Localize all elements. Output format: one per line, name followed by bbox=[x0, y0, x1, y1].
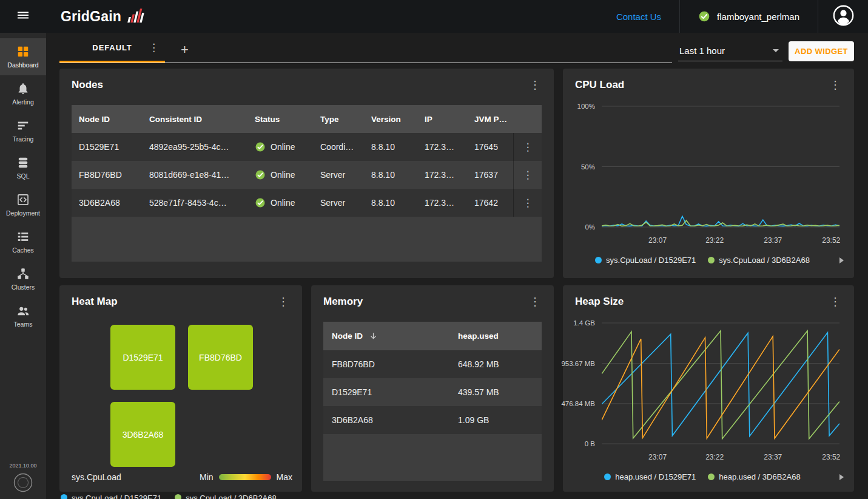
dashboard-icon bbox=[16, 45, 30, 58]
ip-cell: 172.3… bbox=[417, 198, 467, 208]
chart-legend: sys.CpuLoad / D1529E71sys.CpuLoad / 3D6B… bbox=[574, 256, 831, 265]
sidebar-item-clusters[interactable]: Clusters bbox=[0, 260, 46, 297]
column-header-label: Node ID bbox=[332, 331, 363, 341]
user-menu[interactable]: flamboyant_perlman bbox=[680, 0, 818, 33]
online-status-icon bbox=[255, 169, 266, 180]
widget-title: Nodes bbox=[72, 79, 103, 91]
time-range-select[interactable]: Last 1 hour bbox=[678, 41, 782, 61]
column-header: Node ID bbox=[323, 331, 449, 341]
legend-item[interactable]: sys.CpuLoad / D1529E71 bbox=[595, 256, 696, 265]
status-text: Online bbox=[271, 170, 295, 180]
column-header: Node ID bbox=[72, 115, 142, 124]
sort-descending-icon[interactable] bbox=[369, 331, 378, 341]
x-axis-tick: 23:37 bbox=[764, 453, 782, 461]
legend-next-icon[interactable] bbox=[839, 474, 844, 480]
legend-color-dot bbox=[708, 474, 715, 480]
tab-menu-icon[interactable]: ⋮ bbox=[149, 42, 159, 53]
column-header-actions bbox=[513, 105, 542, 133]
node-id-cell: D1529E71 bbox=[72, 142, 142, 152]
time-range-value: Last 1 hour bbox=[679, 46, 725, 56]
legend-item[interactable]: heap.used / 3D6B2A68 bbox=[708, 472, 800, 481]
y-axis-tick: 953.67 MB bbox=[561, 360, 595, 367]
sidebar-item-alerting[interactable]: Alerting bbox=[0, 75, 46, 112]
gridgain-logo: GridGain bbox=[61, 7, 146, 25]
sidebar-item-label: Deployment bbox=[6, 209, 40, 217]
database-icon bbox=[16, 156, 30, 169]
legend-color-dot bbox=[175, 494, 181, 499]
nodes-table-header-row: Node IDConsistent IDStatusTypeVersionIPJ… bbox=[72, 105, 542, 133]
consistent-id-cell: 8081d669-e1e8-41… bbox=[142, 170, 247, 180]
sidebar-footer: 2021.10.00 bbox=[0, 463, 46, 499]
row-menu-icon[interactable]: ⋮ bbox=[523, 170, 533, 180]
heat-map-widget: Heat Map ⋮ D1529E71FB8D76BD3D6B2A68 sys.… bbox=[59, 285, 302, 492]
contact-us-link[interactable]: Contact Us bbox=[616, 12, 661, 22]
version-cell: 8.8.10 bbox=[364, 198, 417, 208]
y-axis-tick: 50% bbox=[581, 163, 595, 171]
x-axis-tick: 23:22 bbox=[705, 236, 724, 245]
legend-label: heap.used / D1529E71 bbox=[615, 472, 696, 481]
x-axis-labels: 23:0723:2223:3723:52 bbox=[602, 236, 839, 245]
widget-menu-icon[interactable]: ⋮ bbox=[530, 295, 540, 308]
widget-title: Memory bbox=[323, 296, 363, 308]
ip-cell: 172.3… bbox=[417, 142, 467, 152]
x-axis-labels: 23:0723:2223:3723:52 bbox=[602, 453, 839, 461]
table-row: 3D6B2A681.09 GB bbox=[323, 406, 542, 434]
table-row: FB8D76BD8081d669-e1e8-41…OnlineServer8.8… bbox=[72, 161, 542, 189]
widget-menu-icon[interactable]: ⋮ bbox=[530, 78, 540, 92]
sidebar-item-label: Tracing bbox=[13, 135, 34, 143]
heatmap-cell[interactable]: 3D6B2A68 bbox=[110, 402, 175, 467]
sidebar-item-deployment[interactable]: Deployment bbox=[0, 186, 46, 223]
version-cell: 8.8.10 bbox=[364, 142, 417, 152]
column-header: Status bbox=[247, 115, 313, 124]
deployment-icon bbox=[16, 193, 30, 206]
account-button[interactable] bbox=[818, 0, 868, 33]
legend-item[interactable]: heap.used / D1529E71 bbox=[604, 472, 696, 481]
node-id-cell: FB8D76BD bbox=[72, 170, 142, 180]
sidebar-item-label: Caches bbox=[12, 246, 34, 254]
row-menu-icon[interactable]: ⋮ bbox=[523, 142, 533, 152]
plot-area bbox=[602, 322, 839, 444]
x-axis-tick: 23:07 bbox=[648, 453, 667, 461]
tab-default[interactable]: DEFAULT ⋮ bbox=[59, 34, 165, 63]
type-cell: Server bbox=[313, 170, 364, 180]
legend-label: sys.CpuLoad / 3D6B2A68 bbox=[719, 256, 810, 265]
node-id-cell: FB8D76BD bbox=[323, 359, 449, 369]
y-axis-tick: 476.84 MB bbox=[561, 400, 595, 407]
heatmap-cell-label: FB8D76BD bbox=[199, 353, 242, 362]
partial-widget-legend: sys.CpuLoad / D1529E71sys.CpuLoad / 3D6B… bbox=[61, 494, 321, 499]
sidebar-item-sql[interactable]: SQL bbox=[0, 149, 46, 186]
legend-next-icon[interactable] bbox=[839, 257, 844, 263]
legend-item[interactable]: sys.CpuLoad / 3D6B2A68 bbox=[708, 256, 810, 265]
account-icon bbox=[832, 4, 855, 29]
column-header: IP bbox=[417, 115, 467, 124]
add-tab-button[interactable]: + bbox=[181, 43, 189, 56]
status-cell: Online bbox=[247, 197, 313, 208]
heap-used-cell: 648.92 MB bbox=[449, 359, 542, 369]
sidebar-item-teams[interactable]: Teams bbox=[0, 297, 46, 334]
x-axis-tick: 23:37 bbox=[764, 236, 782, 245]
type-cell: Server bbox=[313, 198, 364, 208]
add-widget-button[interactable]: ADD WIDGET bbox=[789, 41, 854, 61]
heatmap-metric-label: sys.CpuLoad bbox=[72, 472, 121, 482]
gridgain-logo-icon bbox=[126, 7, 146, 25]
sidebar-item-tracing[interactable]: Tracing bbox=[0, 112, 46, 149]
heatmap-cell[interactable]: D1529E71 bbox=[110, 325, 175, 390]
row-menu-icon[interactable]: ⋮ bbox=[523, 198, 533, 208]
legend-label: sys.CpuLoad / 3D6B2A68 bbox=[186, 494, 277, 499]
quality-stamp-icon bbox=[13, 473, 33, 495]
column-header: Consistent ID bbox=[142, 115, 247, 124]
y-axis-tick: 0 B bbox=[585, 440, 595, 447]
node-id-cell: 3D6B2A68 bbox=[323, 415, 449, 425]
cpu-load-widget: CPU Load ⋮ 100%50%0% 23:0723:2223:3723:5… bbox=[563, 69, 854, 278]
consistent-id-cell: 528e71f7-8453-4c… bbox=[142, 198, 247, 208]
sidebar-nav: DashboardAlertingTracingSQLDeploymentCac… bbox=[0, 33, 46, 334]
menu-button[interactable] bbox=[0, 0, 46, 33]
sidebar-item-label: Alerting bbox=[12, 98, 34, 106]
heatmap-cell[interactable]: FB8D76BD bbox=[188, 325, 253, 390]
sidebar-item-caches[interactable]: Caches bbox=[0, 223, 46, 260]
y-axis-labels: 1.4 GB953.67 MB476.84 MB0 B bbox=[563, 322, 598, 444]
sidebar-item-dashboard[interactable]: Dashboard bbox=[0, 38, 46, 75]
node-id-cell: 3D6B2A68 bbox=[72, 198, 142, 208]
legend-color-dot bbox=[61, 494, 67, 499]
consistent-id-cell: 4892ea95-25b5-4c… bbox=[142, 142, 247, 152]
